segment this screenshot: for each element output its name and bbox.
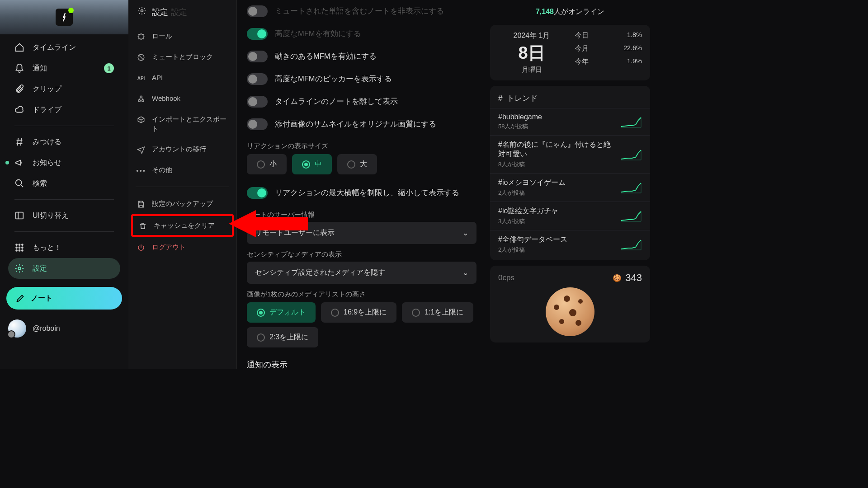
settings-item-label: アカウントの移行: [152, 144, 206, 154]
nav-more[interactable]: もっと！: [8, 237, 120, 258]
size-large[interactable]: 大: [337, 154, 377, 174]
svg-point-4: [22, 244, 23, 245]
sparkline-icon: [620, 148, 642, 161]
trend-item[interactable]: #io謎絵文字ガチャ3人が投稿: [490, 202, 650, 230]
settings-api[interactable]: API API: [128, 67, 236, 88]
stat-month-label: 今月: [575, 44, 589, 53]
toggle-animated-mfm[interactable]: [247, 51, 268, 62]
note-server-info-select[interactable]: リモートユーザーに表示 ⌄: [247, 222, 476, 244]
aspect-16-9[interactable]: 16:9を上限に: [321, 302, 396, 323]
trends-header: # トレンド: [490, 90, 650, 108]
toggle-hide-muted[interactable]: [247, 5, 268, 17]
nav-label: クリップ: [33, 84, 61, 94]
settings-item-label: インポートとエクスポート: [152, 114, 228, 133]
settings-title: 設定: [152, 7, 168, 18]
instance-logo[interactable]: [56, 9, 73, 26]
sparkline-icon: [620, 238, 642, 251]
nav-clips[interactable]: クリップ: [8, 79, 120, 99]
settings-clear-cache[interactable]: キャッシュをクリア: [131, 214, 234, 237]
svg-point-12: [141, 10, 143, 12]
trend-tag: #ioメシヨソイゲーム: [498, 178, 615, 188]
aspect-default[interactable]: デフォルト: [247, 302, 316, 323]
stat-today-label: 今日: [575, 31, 589, 40]
gear-icon: [14, 263, 24, 273]
reaction-size-group: 小 中 大: [247, 154, 476, 174]
image-height-label: 画像が1枚のみのメディアリストの高さ: [247, 290, 476, 299]
toggle-original-thumb[interactable]: [247, 118, 268, 130]
svg-point-0: [16, 180, 22, 186]
nav-label: 検索: [33, 179, 47, 188]
nav-timeline[interactable]: タイムライン: [8, 37, 120, 58]
date-card: 2024年 1月 8日 月曜日 今日1.8% 今月22.6% 今年1.9%: [490, 25, 650, 80]
sparkline-icon: [620, 181, 642, 194]
layout-icon: [14, 211, 24, 221]
trend-item[interactable]: #bubblegame58人が投稿: [490, 108, 650, 135]
trend-tag: #io謎絵文字ガチャ: [498, 206, 615, 216]
sparkline-icon: [620, 210, 642, 222]
toggle-limit-reaction-width[interactable]: [247, 187, 268, 199]
toggle-animated-mfm-row: 動きのあるMFMを有効にする: [247, 45, 476, 68]
account-row[interactable]: @roboin: [0, 315, 128, 346]
toggle-mfm-picker-row: 高度なMFMのピッカーを表示する: [247, 68, 476, 90]
toggle-hide-muted-row: ミュートされた単語を含むノートを非表示にする: [247, 0, 476, 23]
nav-ui-switch[interactable]: UI切り替え: [8, 205, 120, 226]
cookie-icon: 🍪: [613, 274, 622, 282]
size-medium[interactable]: 中: [292, 154, 332, 174]
plane-icon: [137, 145, 146, 154]
settings-other[interactable]: ••• その他: [128, 160, 236, 180]
svg-rect-1: [16, 212, 24, 219]
settings-import-export[interactable]: インポートとエクスポート: [128, 109, 236, 139]
ban-icon: [137, 53, 146, 62]
nav-announcements[interactable]: お知らせ: [8, 152, 120, 173]
hash-icon: [14, 137, 24, 147]
aspect-group: デフォルト 16:9を上限に 1:1を上限に: [247, 302, 476, 323]
size-small[interactable]: 小: [247, 154, 287, 174]
toggle-label: リアクションの最大横幅を制限し、縮小して表示する: [275, 188, 459, 198]
settings-backup[interactable]: 設定のバックアップ: [128, 193, 236, 214]
dots-icon: •••: [137, 166, 146, 175]
nav-drive[interactable]: ドライブ: [8, 99, 120, 120]
trend-tag: #bubblegame: [498, 113, 615, 121]
svg-point-3: [19, 244, 20, 245]
bell-icon: [14, 63, 24, 73]
nav-explore[interactable]: みつける: [8, 131, 120, 152]
cookie-count: 🍪 343: [613, 272, 642, 284]
aspect-2-3[interactable]: 2:3を上限に: [247, 327, 318, 347]
settings-title-ghost: 設定: [171, 7, 187, 18]
toggle-advanced-mfm[interactable]: [247, 28, 268, 40]
notification-display-heading: 通知の表示: [247, 359, 476, 369]
sensitive-media-select[interactable]: センシティブ設定されたメディアを隠す ⌄: [247, 262, 476, 284]
nav-notifications[interactable]: 通知 1: [8, 58, 120, 79]
trend-item[interactable]: #ioメシヨソイゲーム2人が投稿: [490, 173, 650, 202]
gear-icon: [137, 6, 146, 18]
settings-item-label: Webhook: [152, 94, 180, 103]
nav-label: タイムライン: [33, 43, 76, 52]
new-note-button[interactable]: ノート: [6, 287, 122, 310]
username: @roboin: [33, 324, 60, 333]
home-icon: [14, 42, 24, 52]
nav-settings[interactable]: 設定: [8, 258, 120, 279]
aspect-1-1[interactable]: 1:1を上限に: [402, 302, 473, 323]
trend-tag: #名前の後に『にゃん』付けると絶対可愛い: [498, 140, 615, 159]
cookie-clicker[interactable]: [498, 287, 642, 336]
notification-badge: 1: [104, 63, 114, 73]
nav-search[interactable]: 検索: [8, 173, 120, 194]
cps-label: 0cps: [498, 273, 514, 282]
settings-role[interactable]: ロール: [128, 26, 236, 47]
trend-item[interactable]: #名前の後に『にゃん』付けると絶対可愛い8人が投稿: [490, 135, 650, 173]
settings-account-migration[interactable]: アカウントの移行: [128, 139, 236, 160]
unread-dot-icon: [5, 161, 9, 164]
toggle-separate-timeline[interactable]: [247, 96, 268, 108]
svg-point-5: [16, 247, 17, 249]
stat-year-label: 今年: [575, 57, 589, 66]
settings-logout[interactable]: ログアウト: [128, 237, 236, 258]
settings-header: 設定 設定: [128, 0, 236, 24]
svg-point-2: [16, 244, 17, 245]
settings-mute-block[interactable]: ミュートとブロック: [128, 47, 236, 67]
date-day: 8日: [498, 42, 565, 65]
svg-point-9: [19, 250, 20, 251]
toggle-mfm-picker[interactable]: [247, 73, 268, 85]
note-server-info-label: ノートのサーバー情報: [247, 211, 476, 219]
settings-webhook[interactable]: Webhook: [128, 88, 236, 109]
trend-item[interactable]: #全俳句データベース2人が投稿: [490, 230, 650, 258]
